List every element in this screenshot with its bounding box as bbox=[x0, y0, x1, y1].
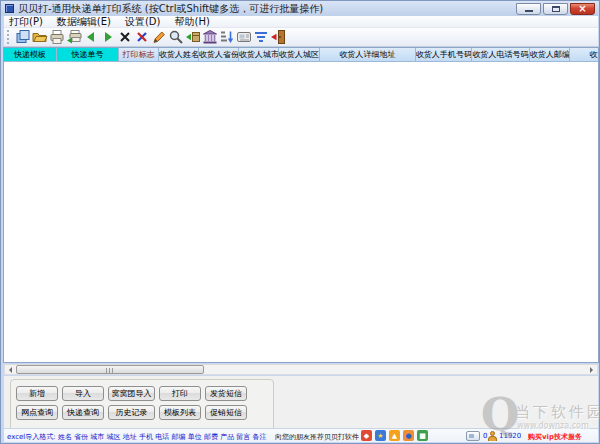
outlet-query-button[interactable]: 网点查询 bbox=[16, 405, 58, 420]
col-express-template[interactable]: 快递模板 bbox=[4, 48, 57, 62]
edit-pencil-icon[interactable] bbox=[150, 29, 167, 46]
online-count: 11920 bbox=[499, 432, 521, 440]
scroll-right-arrow[interactable] bbox=[587, 365, 597, 374]
close-button[interactable]: × bbox=[570, 3, 595, 15]
table-header-row: 快递模板 快递单号 打印标志 收货人姓名 收货人省份 收货人城市 收货人城区 收… bbox=[4, 48, 599, 62]
bank-building-icon[interactable] bbox=[201, 29, 218, 46]
col-recipient-city[interactable]: 收货人城市 bbox=[239, 48, 279, 62]
menubar: 打印(P) 数据编辑(E) 设置(D) 帮助(H) bbox=[4, 16, 598, 28]
share-tencent-icon[interactable]: ▲ bbox=[389, 430, 400, 441]
ship-sms-button[interactable]: 发货短信 bbox=[205, 386, 247, 401]
col-recipient-district[interactable]: 收货人城区 bbox=[279, 48, 320, 62]
action-row-2: 网点查询 快递查询 历史记录 模板列表 促销短信 bbox=[16, 405, 273, 420]
col-recipient-company[interactable]: 收货人单位 bbox=[570, 48, 599, 62]
search-magnifier-icon[interactable] bbox=[167, 29, 184, 46]
share-icons: ◆ ★ ▲ ● ■ bbox=[361, 430, 428, 441]
buy-vip-link[interactable]: 购买vip技术服务 bbox=[528, 432, 582, 442]
menu-data-edit[interactable]: 数据编辑(E) bbox=[57, 15, 111, 29]
menu-help[interactable]: 帮助(H) bbox=[174, 15, 209, 29]
scroll-left-arrow[interactable] bbox=[5, 365, 15, 374]
col-recipient-name[interactable]: 收货人姓名 bbox=[159, 48, 199, 62]
left-triangle-icon bbox=[6, 367, 12, 373]
col-recipient-phone[interactable]: 收货人电话号码 bbox=[472, 48, 530, 62]
recommend-text: 向您的朋友推荐贝贝打软件 bbox=[275, 432, 359, 442]
table-body-empty[interactable] bbox=[4, 62, 598, 363]
excel-import-format-hint: excel导入格式: 姓名 省份 城市 城区 地址 手机 电话 邮编 单位 邮费… bbox=[7, 432, 273, 442]
printer-return-icon[interactable] bbox=[65, 29, 82, 46]
printer-icon[interactable] bbox=[48, 29, 65, 46]
delete-icon[interactable] bbox=[116, 29, 133, 46]
action-groupbox: 新增 导入 窝窝团导入 打印 发货短信 网点查询 快递查询 历史记录 模板列表 … bbox=[10, 379, 274, 435]
col-recipient-mobile[interactable]: 收货人手机号码 bbox=[416, 48, 472, 62]
person-body-icon bbox=[488, 436, 497, 441]
add-button[interactable]: 新增 bbox=[16, 386, 58, 401]
filter-lines-icon[interactable] bbox=[252, 29, 269, 46]
statusbar: excel导入格式: 姓名 省份 城市 城区 地址 手机 电话 邮编 单位 邮费… bbox=[4, 428, 598, 442]
card-inner-icon bbox=[469, 434, 474, 438]
prev-record-icon[interactable] bbox=[82, 29, 99, 46]
col-print-flag[interactable]: 打印标志 bbox=[119, 48, 159, 62]
close-icon: × bbox=[578, 4, 586, 14]
horizontal-scrollbar[interactable] bbox=[4, 364, 598, 375]
scrollbar-thumb[interactable] bbox=[16, 365, 204, 374]
col-tracking-number[interactable]: 快递单号 bbox=[57, 48, 119, 62]
print-button[interactable]: 打印 bbox=[159, 386, 201, 401]
app-window: 贝贝打-通用快递单打印系统 (按Ctrl或Shift键多选，可进行批量操作) ×… bbox=[0, 0, 600, 444]
action-panel: 新增 导入 窝窝团导入 打印 发货短信 网点查询 快递查询 历史记录 模板列表 … bbox=[4, 376, 598, 428]
action-row-1: 新增 导入 窝窝团导入 打印 发货短信 bbox=[16, 386, 273, 401]
history-button[interactable]: 历史记录 bbox=[108, 405, 155, 420]
share-count: 0 bbox=[483, 432, 487, 440]
online-user-icon bbox=[488, 431, 497, 441]
share-qq-icon[interactable]: ● bbox=[403, 430, 414, 441]
col-recipient-zip[interactable]: 收货人邮编 bbox=[530, 48, 570, 62]
minimize-button[interactable] bbox=[516, 3, 541, 15]
import-package-icon[interactable] bbox=[184, 29, 201, 46]
scrollbar-grip-icon bbox=[106, 368, 114, 373]
col-recipient-address[interactable]: 收货人详细地址 bbox=[320, 48, 416, 62]
window-controls: × bbox=[516, 3, 595, 15]
col-recipient-province[interactable]: 收货人省份 bbox=[199, 48, 239, 62]
menu-print[interactable]: 打印(P) bbox=[9, 15, 43, 29]
share-card-icon[interactable] bbox=[466, 431, 480, 441]
next-record-icon[interactable] bbox=[99, 29, 116, 46]
copy-pages-icon[interactable] bbox=[14, 29, 31, 46]
express-query-button[interactable]: 快递查询 bbox=[62, 405, 104, 420]
promo-sms-button[interactable]: 促销短信 bbox=[205, 405, 247, 420]
window-title: 贝贝打-通用快递单打印系统 (按Ctrl或Shift键多选，可进行批量操作) bbox=[18, 2, 323, 16]
maximize-icon bbox=[552, 6, 560, 12]
sort-icon[interactable] bbox=[218, 29, 235, 46]
open-folder-icon[interactable] bbox=[31, 29, 48, 46]
share-renren-icon[interactable]: ■ bbox=[417, 430, 428, 441]
minimize-icon bbox=[525, 10, 533, 12]
app-icon bbox=[5, 4, 14, 13]
wowotuan-import-button[interactable]: 窝窝团导入 bbox=[108, 386, 155, 401]
share-weibo-icon[interactable]: ◆ bbox=[361, 430, 372, 441]
exit-door-icon[interactable] bbox=[269, 29, 286, 46]
toolbar bbox=[4, 28, 598, 47]
delete-all-icon[interactable] bbox=[133, 29, 150, 46]
waybill-table: 快递模板 快递单号 打印标志 收货人姓名 收货人省份 收货人城市 收货人城区 收… bbox=[3, 47, 599, 363]
right-triangle-icon bbox=[590, 367, 596, 373]
card-view-icon[interactable] bbox=[235, 29, 252, 46]
menu-settings[interactable]: 设置(D) bbox=[125, 15, 161, 29]
import-button[interactable]: 导入 bbox=[62, 386, 104, 401]
template-list-button[interactable]: 模板列表 bbox=[159, 405, 201, 420]
maximize-button[interactable] bbox=[543, 3, 568, 15]
share-qzone-icon[interactable]: ★ bbox=[375, 430, 386, 441]
toolbar-grip bbox=[7, 30, 10, 44]
